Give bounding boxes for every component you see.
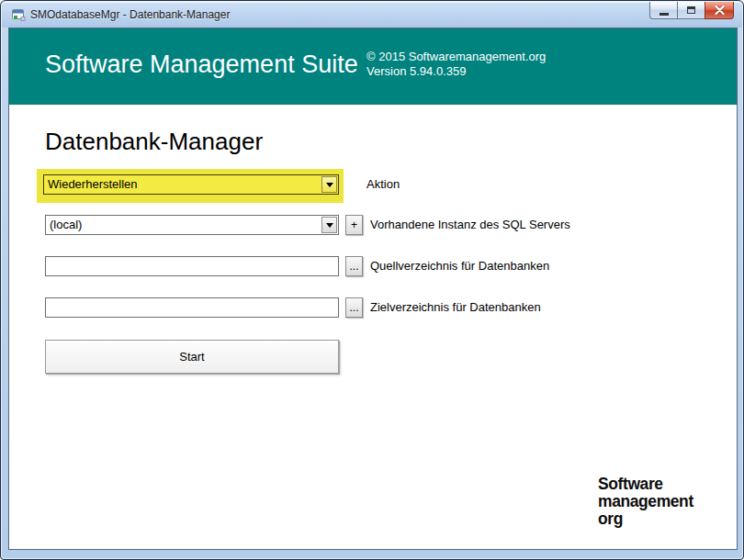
- instance-combobox-value: (local): [50, 216, 318, 234]
- minimize-icon: [659, 13, 669, 16]
- minimize-button[interactable]: [649, 2, 677, 19]
- copyright-text: © 2015 Softwaremanagement.org: [366, 50, 546, 64]
- header-meta: © 2015 Softwaremanagement.org Version 5.…: [366, 50, 546, 79]
- target-dir-input[interactable]: [45, 297, 339, 318]
- window-title: SMOdatabaseMgr - Datenbank-Manager: [30, 8, 230, 21]
- maximize-button[interactable]: [677, 2, 705, 19]
- logo-line-1: Software: [598, 476, 693, 493]
- version-text: Version 5.94.0.359: [366, 64, 546, 79]
- app-icon: [11, 7, 26, 22]
- action-combobox[interactable]: Wiederherstellen: [43, 174, 339, 195]
- logo-line-2: management: [598, 493, 693, 510]
- action-combobox-value: Wiederherstellen: [48, 175, 318, 194]
- source-browse-button[interactable]: ...: [345, 256, 363, 276]
- caption-buttons: [649, 2, 734, 19]
- suite-header: Software Management Suite © 2015 Softwar…: [9, 28, 737, 105]
- title-bar[interactable]: SMOdatabaseMgr - Datenbank-Manager: [2, 2, 742, 28]
- start-button[interactable]: Start: [45, 340, 339, 374]
- instance-dropdown-button[interactable]: [321, 217, 337, 233]
- field-label-target: Zielverzeichnis für Datenbanken: [370, 297, 541, 318]
- page-title: Datenbank-Manager: [45, 128, 263, 156]
- field-label-source: Quellverzeichnis für Datenbanken: [370, 256, 549, 276]
- chevron-down-icon: [326, 183, 333, 187]
- instance-combobox[interactable]: (local): [45, 215, 339, 235]
- company-logo: Software management org: [598, 476, 693, 528]
- logo-line-3: org: [598, 510, 693, 528]
- target-browse-button[interactable]: ...: [345, 297, 363, 318]
- app-window: SMOdatabaseMgr - Datenbank-Manager Softw…: [0, 0, 744, 560]
- suite-title: Software Management Suite: [45, 50, 358, 79]
- close-icon: [715, 6, 725, 15]
- client-area: Software Management Suite © 2015 Softwar…: [8, 28, 738, 550]
- field-label-aktion: Aktion: [366, 174, 400, 195]
- maximize-icon: [687, 6, 695, 14]
- close-button[interactable]: [705, 2, 734, 19]
- add-instance-button[interactable]: +: [345, 215, 363, 235]
- action-dropdown-button[interactable]: [321, 176, 337, 193]
- chevron-down-icon: [326, 223, 333, 228]
- field-label-instance: Vorhandene Instanz des SQL Servers: [370, 215, 570, 235]
- source-dir-input[interactable]: [45, 256, 339, 276]
